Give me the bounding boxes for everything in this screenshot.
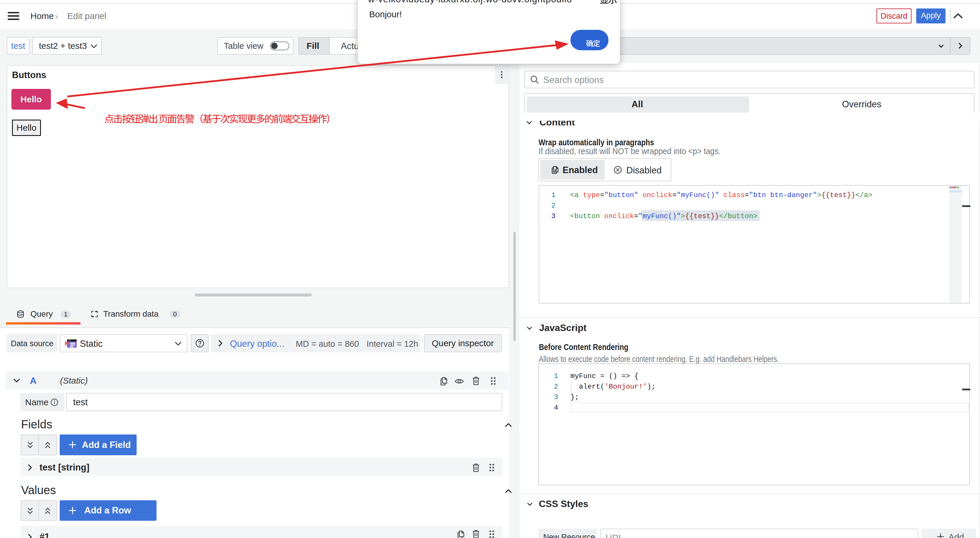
svg-text:js: js — [65, 343, 67, 345]
